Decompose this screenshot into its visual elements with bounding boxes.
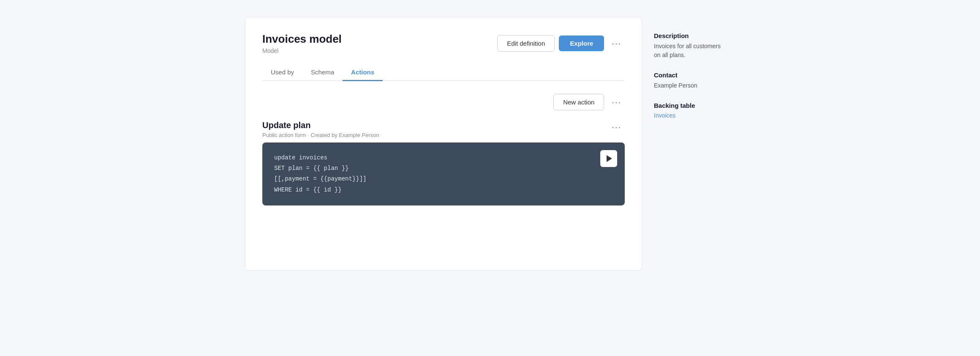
edit-definition-button[interactable]: Edit definition (497, 35, 555, 52)
action-name: Update plan (262, 120, 379, 130)
sidebar-backing-table-section: Backing table Invoices (654, 102, 723, 119)
action-card-header: Update plan Public action form · Created… (262, 120, 625, 138)
backing-table-label: Backing table (654, 102, 723, 109)
page-title: Invoices model (262, 33, 342, 46)
tab-used-by[interactable]: Used by (262, 64, 302, 81)
sidebar: Description Invoices for all customers o… (642, 17, 735, 271)
action-more-options-button[interactable]: ··· (608, 120, 625, 134)
description-value: Invoices for all customers on all plans. (654, 42, 723, 60)
description-label: Description (654, 32, 723, 39)
explore-button[interactable]: Explore (559, 36, 604, 51)
run-action-button[interactable] (600, 150, 617, 167)
sidebar-description-section: Description Invoices for all customers o… (654, 32, 723, 60)
header-actions: Edit definition Explore ··· (497, 35, 625, 52)
play-icon (607, 155, 612, 162)
tab-actions[interactable]: Actions (343, 64, 383, 81)
tab-schema[interactable]: Schema (302, 64, 343, 81)
new-action-button[interactable]: New action (553, 94, 604, 110)
action-meta: Public action form · Created by Example … (262, 132, 379, 138)
actions-more-options-button[interactable]: ··· (608, 96, 625, 109)
model-subtitle: Model (262, 47, 342, 54)
backing-table-link[interactable]: Invoices (654, 112, 675, 119)
code-block: update invoices SET plan = {{ plan }} [[… (262, 142, 625, 205)
code-text: update invoices SET plan = {{ plan }} [[… (274, 153, 613, 195)
actions-toolbar: New action ··· (262, 94, 625, 110)
header-more-options-button[interactable]: ··· (608, 37, 625, 50)
action-info: Update plan Public action form · Created… (262, 120, 379, 138)
tabs-row: Used by Schema Actions (262, 64, 625, 81)
sidebar-contact-section: Contact Example Person (654, 71, 723, 90)
contact-label: Contact (654, 71, 723, 79)
contact-value: Example Person (654, 81, 723, 90)
action-card: Update plan Public action form · Created… (262, 120, 625, 205)
